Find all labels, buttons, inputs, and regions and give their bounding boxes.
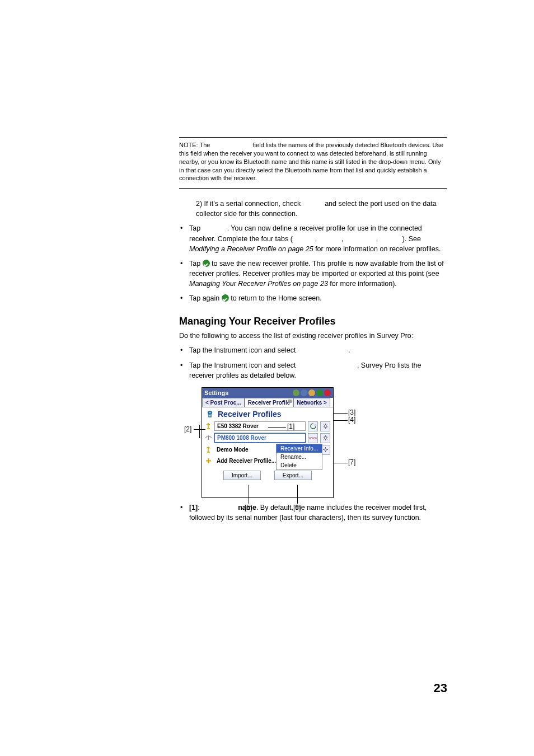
ok-icon[interactable] xyxy=(316,389,323,396)
screenshot-figure: Settings < Post Proc... Receive xyxy=(194,387,339,498)
text: Tap xyxy=(189,260,203,267)
text: ). See xyxy=(402,235,421,243)
svg-point-2 xyxy=(324,449,326,451)
text: for more information). xyxy=(328,280,397,288)
export-button[interactable]: Export... xyxy=(274,471,312,480)
star-icon[interactable] xyxy=(308,389,315,396)
step-tap-instrument-2: Tap the Instrument icon and select . Sur… xyxy=(179,360,447,498)
tab-strip: < Post Proc... Receiver Profile Networks… xyxy=(202,398,333,407)
caption-7: [7] xyxy=(348,458,355,466)
leader-7 xyxy=(333,463,348,463)
network-antenna-icon xyxy=(205,434,212,442)
import-button[interactable]: Import... xyxy=(223,471,261,480)
serial-paragraph: 2) If it's a serial connection, check an… xyxy=(196,199,447,219)
text: : xyxy=(198,504,202,511)
text: . You can now define a receiver profile … xyxy=(189,224,422,242)
text: to save the new receiver profile. This p… xyxy=(189,260,444,278)
page-number: 23 xyxy=(434,681,447,696)
item-rest: . By default, the name includes the rece… xyxy=(189,504,427,522)
leader-6 xyxy=(297,485,298,504)
antenna-icon xyxy=(205,422,212,430)
app-window: Settings < Post Proc... Receive xyxy=(202,387,334,498)
www-button[interactable]: www xyxy=(308,433,318,443)
bullet-save: Tap to save the new receiver profile. Th… xyxy=(179,259,447,289)
bullet-connect: Tap . You can now define a receiver prof… xyxy=(179,223,447,253)
profile-row-2[interactable]: PM800 1008 Rover www xyxy=(205,433,330,443)
item-num: [1] xyxy=(189,504,198,511)
instructions-list-1: Tap . You can now define a receiver prof… xyxy=(179,223,447,303)
note-box: NOTE: The field lists the names of the p… xyxy=(179,137,447,189)
tab-receiver-profile[interactable]: Receiver Profile xyxy=(245,398,294,407)
tab-post-proc[interactable]: < Post Proc... xyxy=(202,398,245,407)
svg-point-0 xyxy=(324,425,326,428)
titlebar: Settings xyxy=(202,388,333,398)
profile-label: PM800 1008 Rover xyxy=(214,433,306,443)
gear-button[interactable] xyxy=(320,421,330,431)
section-heading: Managing Your Receiver Profiles xyxy=(179,316,447,327)
leader-4 xyxy=(333,420,348,421)
text: Tap again xyxy=(189,294,222,302)
section-intro: Do the following to access the list of e… xyxy=(179,331,447,341)
svg-point-1 xyxy=(324,437,326,439)
window-title: Settings xyxy=(204,389,228,396)
help-icon[interactable] xyxy=(293,389,299,396)
caption-2: [2] xyxy=(184,425,191,433)
close-icon[interactable] xyxy=(324,389,331,396)
menu-rename[interactable]: Rename... xyxy=(277,453,322,461)
caption-1: [1] xyxy=(287,422,294,430)
titlebar-icons xyxy=(293,389,331,396)
receiver-icon xyxy=(205,410,214,418)
content-column: NOTE: The field lists the names of the p… xyxy=(179,137,447,523)
profile-row-1[interactable]: E50 3382 Rover xyxy=(205,421,330,431)
leader-2h xyxy=(199,425,200,438)
link-text: Modifying a Receiver Profile on page 25 xyxy=(189,245,313,253)
context-menu: Receiver Info... Rename... Delete xyxy=(276,444,322,470)
antenna-icon xyxy=(205,446,212,453)
text: Tap the Instrument icon and select xyxy=(189,346,298,354)
button-row: Import... Export... xyxy=(205,471,330,480)
text: , xyxy=(376,235,380,243)
text: . xyxy=(348,346,350,354)
checkmark-icon xyxy=(203,260,210,267)
tab-networks[interactable]: Networks > xyxy=(293,398,330,407)
leader-3 xyxy=(333,413,348,414)
leader-1 xyxy=(268,427,286,428)
panel-header: Receiver Profiles xyxy=(202,407,333,420)
caption-3: [3] xyxy=(348,408,355,416)
menu-receiver-info[interactable]: Receiver Info... xyxy=(277,444,322,453)
keyboard-icon[interactable] xyxy=(301,389,307,396)
note-text: field lists the names of the previously … xyxy=(179,142,443,181)
note-prefix: NOTE: The xyxy=(179,142,212,148)
panel-title: Receiver Profiles xyxy=(218,410,282,419)
text: for more information on receiver profile… xyxy=(313,245,441,253)
profile-label: Demo Mode xyxy=(214,445,264,454)
link-text: Managing Your Receiver Profiles on page … xyxy=(189,280,328,288)
plus-icon xyxy=(205,457,212,464)
leader-5 xyxy=(249,485,249,504)
menu-delete[interactable]: Delete xyxy=(277,461,322,469)
document-page: NOTE: The field lists the names of the p… xyxy=(0,0,534,756)
bullet-return: Tap again to return to the Home screen. xyxy=(179,293,447,303)
text: to return to the Home screen. xyxy=(229,294,322,302)
checkmark-icon xyxy=(222,294,229,302)
text: , xyxy=(315,235,319,243)
text: , xyxy=(341,235,345,243)
recycle-button[interactable] xyxy=(308,421,318,431)
step-tap-instrument-1: Tap the Instrument icon and select . xyxy=(179,345,447,355)
gear-button[interactable] xyxy=(320,433,330,443)
instructions-list-2: Tap the Instrument icon and select . Tap… xyxy=(179,345,447,523)
serial-prefix: 2) If it's a serial connection, check xyxy=(196,200,303,208)
item-1-description: [1]: name. By default, the name includes… xyxy=(179,503,447,523)
text: Tap the Instrument icon and select xyxy=(189,361,298,369)
caption-4: [4] xyxy=(348,416,355,424)
text: Tap xyxy=(189,224,203,232)
item-strong: name xyxy=(238,504,256,511)
